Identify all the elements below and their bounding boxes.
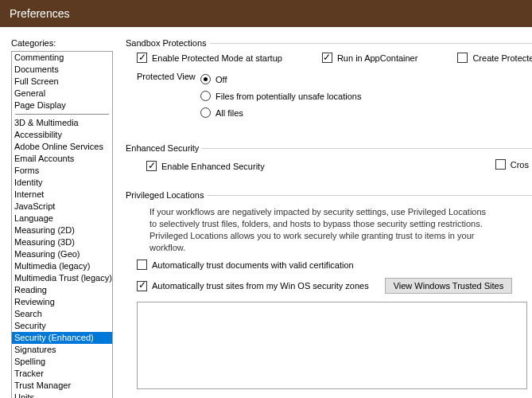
- sidebar: Categories: CommentingDocumentsFull Scre…: [11, 38, 113, 398]
- checkbox-icon[interactable]: [137, 53, 147, 63]
- cross-label: Cros: [511, 160, 529, 170]
- sidebar-item[interactable]: Identity: [12, 177, 112, 189]
- checkbox-icon[interactable]: [457, 53, 468, 63]
- sidebar-item[interactable]: Documents: [12, 64, 112, 76]
- radio-icon[interactable]: [200, 91, 211, 101]
- protected-view-label: Protected View: [137, 71, 200, 81]
- categories-list[interactable]: CommentingDocumentsFull ScreenGeneralPag…: [11, 51, 113, 398]
- privileged-legend: Privileged Locations: [126, 190, 207, 200]
- create-log-label: Create Protected Mode log fil: [472, 53, 532, 63]
- sidebar-item[interactable]: Security (Enhanced): [12, 332, 112, 344]
- sidebar-item[interactable]: Page Display: [12, 100, 112, 111]
- sidebar-item[interactable]: Email Accounts: [12, 153, 112, 165]
- window-title: Preferences: [10, 7, 69, 20]
- sidebar-item[interactable]: Accessibility: [12, 129, 112, 141]
- divider: [15, 114, 109, 115]
- content: Categories: CommentingDocumentsFull Scre…: [0, 27, 532, 398]
- sidebar-item[interactable]: Measuring (2D): [12, 224, 112, 236]
- sidebar-item[interactable]: 3D & Multimedia: [12, 117, 112, 129]
- privileged-note: If your workflows are negatively impacte…: [150, 206, 491, 253]
- privileged-fieldset: Privileged Locations If your workflows a…: [126, 190, 532, 397]
- enhanced-legend: Enhanced Security: [126, 143, 202, 153]
- sidebar-item[interactable]: Multimedia (legacy): [12, 260, 112, 272]
- auto-trust-sites-label: Automatically trust sites from my Win OS…: [152, 281, 369, 291]
- enable-enhanced-label: Enable Enhanced Security: [161, 162, 265, 171]
- auto-trust-cert-label: Automatically trust documents with valid…: [152, 260, 354, 270]
- sidebar-item[interactable]: Measuring (Geo): [12, 248, 112, 260]
- privileged-list[interactable]: [137, 302, 527, 389]
- sidebar-item[interactable]: General: [12, 88, 112, 100]
- enable-protected-mode-row[interactable]: Enable Protected Mode at startup: [137, 53, 282, 63]
- pv-unsafe-label: Files from potentially unsafe locations: [216, 92, 361, 101]
- enable-enhanced-row[interactable]: Enable Enhanced Security: [146, 161, 265, 171]
- sidebar-item[interactable]: Trust Manager: [12, 380, 112, 392]
- sidebar-item[interactable]: Search: [12, 308, 112, 320]
- sidebar-item[interactable]: Security: [12, 320, 112, 332]
- pv-off-radio[interactable]: Off: [200, 74, 361, 84]
- sidebar-item[interactable]: Signatures: [12, 344, 112, 356]
- sandbox-fieldset: Sandbox Protections Enable Protected Mod…: [126, 38, 532, 132]
- titlebar: Preferences: [0, 0, 532, 27]
- categories-label: Categories:: [11, 38, 113, 48]
- sidebar-item[interactable]: Language: [12, 213, 112, 224]
- sidebar-item[interactable]: Multimedia Trust (legacy): [12, 272, 112, 284]
- sidebar-item[interactable]: Reading: [12, 284, 112, 296]
- checkbox-icon[interactable]: [322, 53, 332, 63]
- pv-all-radio[interactable]: All files: [200, 107, 361, 118]
- sidebar-item[interactable]: Tracker: [12, 368, 112, 380]
- enable-protected-mode-label: Enable Protected Mode at startup: [152, 53, 282, 63]
- cross-row[interactable]: Cros: [495, 159, 529, 170]
- create-log-row[interactable]: Create Protected Mode log fil: [457, 53, 532, 63]
- run-appcontainer-row[interactable]: Run in AppContainer: [322, 53, 418, 63]
- sidebar-item[interactable]: JavaScript: [12, 201, 112, 213]
- sandbox-legend: Sandbox Protections: [126, 38, 210, 48]
- radio-icon[interactable]: [200, 107, 211, 118]
- radio-icon[interactable]: [200, 74, 211, 84]
- sidebar-item[interactable]: Adobe Online Services: [12, 141, 112, 153]
- auto-trust-cert-row[interactable]: Automatically trust documents with valid…: [137, 259, 532, 270]
- sidebar-item[interactable]: Measuring (3D): [12, 236, 112, 248]
- sidebar-item[interactable]: Full Screen: [12, 76, 112, 88]
- pv-off-label: Off: [216, 75, 227, 84]
- run-appcontainer-label: Run in AppContainer: [337, 53, 418, 63]
- sidebar-item[interactable]: Commenting: [12, 52, 112, 64]
- checkbox-icon[interactable]: [495, 159, 506, 170]
- auto-trust-sites-row[interactable]: Automatically trust sites from my Win OS…: [137, 278, 532, 294]
- checkbox-icon[interactable]: [137, 259, 147, 270]
- view-trusted-sites-button[interactable]: View Windows Trusted Sites: [385, 278, 513, 294]
- sidebar-item[interactable]: Reviewing: [12, 296, 112, 308]
- sidebar-item[interactable]: Internet: [12, 189, 112, 201]
- checkbox-icon[interactable]: [137, 281, 147, 291]
- pv-unsafe-radio[interactable]: Files from potentially unsafe locations: [200, 91, 361, 101]
- pv-all-label: All files: [216, 108, 243, 118]
- sidebar-item[interactable]: Forms: [12, 165, 112, 177]
- sidebar-item[interactable]: Units: [12, 392, 112, 398]
- checkbox-icon[interactable]: [146, 161, 157, 171]
- enhanced-fieldset: Enhanced Security Enable Enhanced Securi…: [126, 143, 532, 179]
- main-panel: Sandbox Protections Enable Protected Mod…: [113, 38, 532, 398]
- sidebar-item[interactable]: Spelling: [12, 356, 112, 368]
